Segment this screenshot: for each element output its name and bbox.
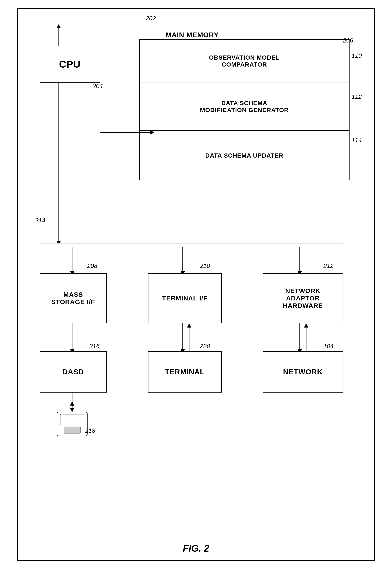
observation-model-box: OBSERVATION MODELCOMPARATOR (140, 40, 349, 83)
ref-110: 110 (352, 52, 362, 59)
ref-216: 216 (89, 343, 100, 350)
ref-210: 210 (200, 262, 210, 270)
terminal-if-box: TERMINAL I/F (148, 273, 222, 323)
mass-storage-label: MASSSTORAGE I/F (51, 291, 95, 306)
fig-caption: FIG. 2 (18, 543, 374, 554)
svg-marker-24 (56, 24, 61, 28)
terminal-if-label: TERMINAL I/F (162, 295, 208, 302)
network-box: NETWORK (263, 351, 343, 393)
network-adaptor-box: NETWORKADAPTORHARDWARE (263, 273, 343, 323)
main-memory-label: MAIN MEMORY (166, 31, 219, 39)
svg-marker-22 (304, 323, 308, 327)
main-memory-box: MAIN MEMORY OBSERVATION MODELCOMPARATOR … (139, 39, 350, 180)
data-schema-mod-box: DATA SCHEMAMODIFICATION GENERATOR (140, 83, 349, 131)
data-schema-upd-label: DATA SCHEMA UPDATER (205, 152, 283, 159)
ref-112: 112 (352, 93, 362, 100)
network-adaptor-label: NETWORKADAPTORHARDWARE (283, 287, 323, 309)
svg-marker-26 (70, 408, 74, 412)
terminal-label: TERMINAL (165, 368, 205, 376)
cpu-ref: 204 (93, 83, 103, 89)
ref-206: 206 (343, 37, 353, 44)
cpu-label: CPU (59, 58, 81, 70)
dasd-label: DASD (62, 368, 84, 376)
observation-model-label: OBSERVATION MODELCOMPARATOR (209, 54, 280, 68)
dasd-box: DASD (40, 351, 107, 393)
svg-marker-18 (187, 323, 191, 327)
terminal-box: TERMINAL (148, 351, 222, 393)
svg-rect-29 (64, 427, 80, 433)
ref-212: 212 (323, 262, 334, 270)
ref-220: 220 (200, 343, 210, 350)
svg-rect-28 (60, 414, 84, 425)
bus-line (40, 243, 343, 247)
ref-214: 214 (35, 217, 45, 224)
mass-storage-box: MASSSTORAGE I/F (40, 273, 107, 323)
data-schema-upd-box: DATA SCHEMA UPDATER (140, 131, 349, 181)
ref-114: 114 (352, 137, 362, 144)
fig-caption-text: FIG. 2 (183, 543, 209, 554)
network-label: NETWORK (283, 368, 323, 376)
ref-202: 202 (146, 15, 156, 22)
cpu-box: CPU (40, 46, 100, 83)
ref-218: 218 (85, 427, 95, 434)
data-schema-mod-label: DATA SCHEMAMODIFICATION GENERATOR (200, 100, 289, 114)
ref-104: 104 (323, 343, 334, 350)
disk-arrow-svg (31, 393, 118, 440)
ref-208: 208 (87, 262, 98, 270)
page: 202 (17, 8, 375, 561)
